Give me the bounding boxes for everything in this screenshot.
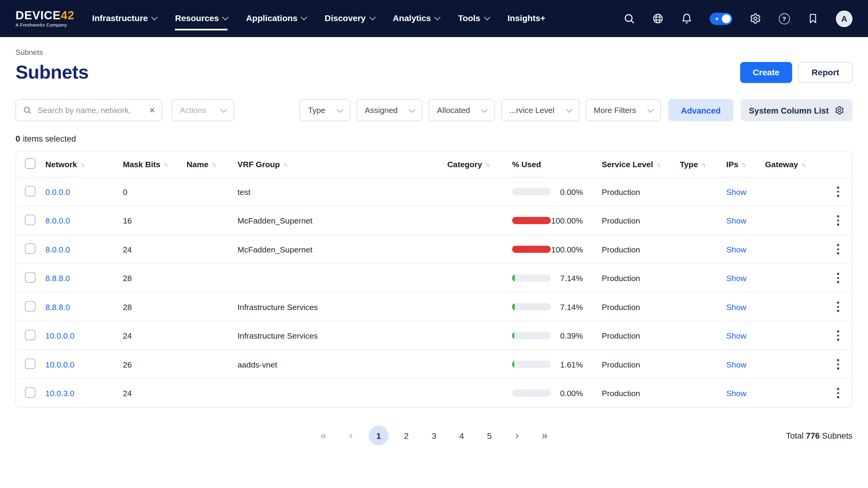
column-header-category[interactable]: Category↑↓: [447, 160, 512, 169]
mask-bits-cell: 0: [123, 187, 187, 196]
device42-logo[interactable]: DEVICE42 A Freshworks Company: [16, 9, 74, 28]
row-actions-icon[interactable]: [833, 384, 844, 402]
column-header-network[interactable]: Network↑↓: [45, 160, 123, 169]
nav-item-discovery[interactable]: Discovery: [324, 7, 375, 30]
search-icon[interactable]: [623, 13, 635, 24]
prev-page-icon[interactable]: ‹: [341, 425, 361, 445]
row-checkbox[interactable]: [25, 186, 36, 196]
column-header-type[interactable]: Type↑↓: [680, 160, 726, 169]
usage-bar: [512, 361, 551, 368]
sort-icon: ↑↓: [656, 161, 660, 167]
nav-item-tools[interactable]: Tools: [458, 7, 489, 30]
row-checkbox[interactable]: [25, 301, 36, 311]
row-actions-icon[interactable]: [833, 327, 844, 344]
row-actions-icon[interactable]: [833, 183, 844, 201]
search-input[interactable]: [36, 105, 144, 115]
usage-percent: 7.14%: [551, 302, 583, 311]
page-3[interactable]: 3: [424, 425, 444, 445]
page-4[interactable]: 4: [452, 425, 472, 445]
page-5[interactable]: 5: [479, 425, 499, 445]
page-2[interactable]: 2: [396, 425, 416, 445]
column-header-gateway[interactable]: Gateway↑↓: [765, 160, 824, 169]
advanced-button[interactable]: Advanced: [668, 99, 733, 121]
notifications-bell-icon[interactable]: [681, 13, 692, 24]
network-link[interactable]: 10.0.0.0: [45, 331, 74, 340]
create-button[interactable]: Create: [740, 62, 792, 83]
show-ips-link[interactable]: Show: [726, 389, 747, 397]
service-level-cell: Production: [602, 273, 680, 282]
user-avatar[interactable]: A: [836, 10, 852, 27]
filter-dropdown-allocated[interactable]: Allocated: [429, 99, 495, 121]
column-header-vrf-group[interactable]: VRF Group↑↓: [238, 160, 447, 169]
title-row: Subnets Create Report: [16, 61, 852, 83]
network-link[interactable]: 8.8.8.0: [45, 273, 70, 282]
chevron-down-icon: [566, 106, 572, 113]
report-button[interactable]: Report: [798, 62, 852, 83]
network-link[interactable]: 8.0.0.0: [45, 216, 70, 225]
network-link[interactable]: 8.0.0.0: [45, 245, 70, 254]
row-checkbox[interactable]: [25, 330, 36, 340]
column-header-name[interactable]: Name↑↓: [187, 160, 238, 169]
usage-percent: 1.61%: [551, 360, 583, 369]
row-actions-icon[interactable]: [833, 241, 844, 258]
globe-icon[interactable]: [652, 13, 664, 24]
filter-dropdown-rvice-level[interactable]: ...rvice Level: [501, 99, 580, 121]
system-column-list-button[interactable]: System Column List: [741, 99, 852, 121]
breadcrumb[interactable]: Subnets: [16, 48, 852, 57]
logo-text: DEVICE: [16, 9, 61, 22]
nav-item-insights[interactable]: Insights+: [507, 7, 546, 30]
select-all-checkbox[interactable]: [25, 158, 36, 169]
network-link[interactable]: 10.0.0.0: [45, 360, 74, 369]
clear-search-icon[interactable]: ×: [149, 105, 155, 115]
next-page-icon[interactable]: ›: [507, 425, 527, 445]
row-checkbox[interactable]: [25, 215, 36, 225]
service-level-cell: Production: [602, 389, 680, 397]
nav-item-resources[interactable]: Resources: [175, 7, 228, 30]
network-link[interactable]: 0.0.0.0: [45, 187, 70, 196]
row-actions-icon[interactable]: [833, 298, 844, 316]
table-row: 0.0.0.00test0.00%ProductionShow: [16, 177, 852, 206]
row-checkbox[interactable]: [25, 387, 36, 398]
nav-item-applications[interactable]: Applications: [246, 7, 306, 30]
row-checkbox[interactable]: [25, 272, 36, 283]
column-header-service-level[interactable]: Service Level↑↓: [602, 160, 680, 169]
column-header-mask-bits[interactable]: Mask Bits↑↓: [123, 160, 187, 169]
page-1[interactable]: 1: [369, 425, 389, 445]
row-actions-icon[interactable]: [833, 212, 844, 229]
show-ips-link[interactable]: Show: [726, 331, 747, 340]
mask-bits-cell: 26: [123, 360, 187, 369]
theme-toggle[interactable]: [710, 12, 733, 24]
row-checkbox[interactable]: [25, 358, 36, 369]
mask-bits-cell: 24: [123, 245, 187, 254]
nav-item-infrastructure[interactable]: Infrastructure: [92, 7, 157, 30]
help-icon[interactable]: ?: [778, 13, 790, 24]
show-ips-link[interactable]: Show: [726, 273, 747, 282]
bookmark-icon[interactable]: [807, 13, 819, 24]
chevron-down-icon: [221, 106, 227, 113]
row-actions-icon[interactable]: [833, 356, 844, 373]
filter-dropdown-more-filters[interactable]: More Filters: [585, 99, 661, 121]
show-ips-link[interactable]: Show: [726, 360, 747, 369]
row-actions-icon[interactable]: [833, 269, 844, 287]
show-ips-link[interactable]: Show: [726, 216, 747, 225]
usage-bar: [512, 332, 551, 339]
show-ips-link[interactable]: Show: [726, 187, 747, 196]
show-ips-link[interactable]: Show: [726, 245, 747, 254]
nav-item-analytics[interactable]: Analytics: [393, 7, 440, 30]
actions-dropdown[interactable]: Actions: [172, 99, 234, 121]
show-ips-link[interactable]: Show: [726, 302, 747, 311]
logo-subtitle: A Freshworks Company: [16, 23, 74, 28]
table-row: 8.0.0.024McFadden_Supernet100.00%Product…: [16, 235, 852, 264]
column-header-used[interactable]: % Used: [512, 160, 602, 169]
first-page-icon[interactable]: «: [313, 425, 333, 445]
row-checkbox[interactable]: [25, 243, 36, 254]
filter-dropdown-assigned[interactable]: Assigned: [356, 99, 423, 121]
column-header-ips[interactable]: IPs↑↓: [726, 160, 765, 169]
search-icon: [23, 106, 31, 115]
network-link[interactable]: 8.8.8.0: [45, 302, 70, 311]
network-link[interactable]: 10.0.3.0: [45, 389, 74, 397]
settings-gear-icon[interactable]: [749, 13, 761, 24]
usage-bar: [512, 390, 551, 397]
filter-dropdown-type[interactable]: Type: [300, 99, 350, 121]
last-page-icon[interactable]: »: [535, 425, 555, 445]
